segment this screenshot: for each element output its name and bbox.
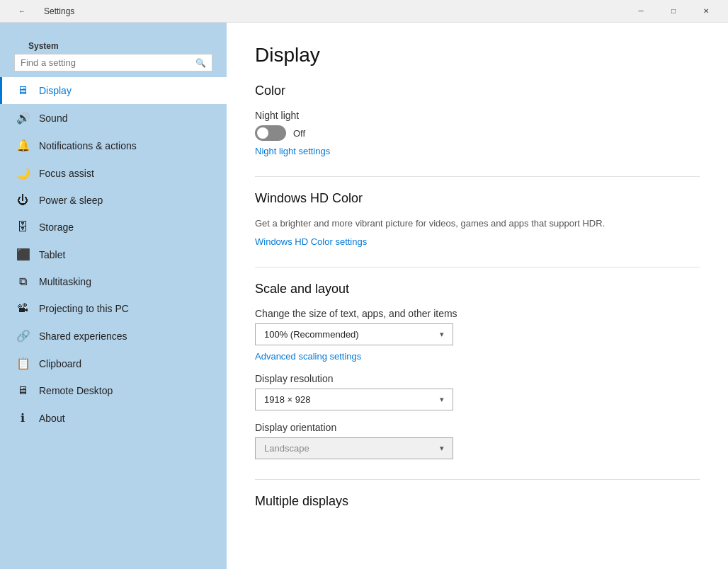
titlebar-title: Settings [44, 6, 74, 16]
sidebar-item-shared[interactable]: 🔗 Shared experiences [0, 322, 227, 350]
sidebar-item-about[interactable]: ℹ About [0, 404, 227, 432]
resolution-value: 1918 × 928 [264, 394, 310, 405]
back-icon: ← [18, 7, 25, 15]
nav-list: 🖥 Display 🔊 Sound 🔔 Notifications & acti… [0, 77, 227, 432]
display-icon: 🖥 [16, 84, 29, 97]
sidebar-item-label-tablet: Tablet [39, 249, 65, 260]
sidebar-item-label-remote: Remote Desktop [39, 385, 113, 396]
titlebar-left: ← Settings [6, 0, 74, 23]
scale-section: Scale and layout Change the size of text… [255, 282, 700, 459]
hd-color-settings-link[interactable]: Windows HD Color settings [255, 236, 367, 247]
night-light-state: Off [293, 128, 305, 139]
scale-dropdown-wrapper: 100% (Recommended) ▾ [255, 323, 700, 345]
hd-color-section: Windows HD Color Get a brighter and more… [255, 191, 700, 247]
sound-icon: 🔊 [16, 111, 29, 125]
sidebar: System 🔍 🖥 Display 🔊 Sound 🔔 Notificatio… [0, 23, 227, 569]
sidebar-item-power[interactable]: ⏻ Power & sleep [0, 187, 227, 214]
sidebar-item-remote[interactable]: 🖥 Remote Desktop [0, 377, 227, 404]
minimize-button[interactable]: ─ [625, 0, 657, 23]
minimize-icon: ─ [638, 7, 643, 15]
divider-1 [255, 176, 700, 177]
sidebar-item-label-power: Power & sleep [39, 195, 103, 206]
color-section: Color Night light Off Night light settin… [255, 84, 700, 156]
titlebar-controls: ─ □ ✕ [625, 0, 722, 23]
clipboard-icon: 📋 [16, 357, 29, 370]
close-button[interactable]: ✕ [690, 0, 722, 23]
sidebar-item-label-about: About [39, 413, 65, 424]
search-box[interactable]: 🔍 [14, 54, 212, 71]
orientation-dropdown-wrapper: Landscape ▾ [255, 437, 700, 459]
orientation-dropdown: Landscape ▾ [255, 437, 453, 459]
night-light-label: Night light [255, 110, 700, 121]
sidebar-item-label-focus: Focus assist [39, 168, 94, 179]
divider-2 [255, 267, 700, 268]
scale-chevron-icon: ▾ [440, 330, 444, 339]
sidebar-item-multitasking[interactable]: ⧉ Multitasking [0, 268, 227, 295]
sidebar-item-label-projecting: Projecting to this PC [39, 303, 129, 314]
focus-icon: 🌙 [16, 166, 29, 180]
orientation-chevron-icon: ▾ [440, 444, 444, 453]
sidebar-item-label-clipboard: Clipboard [39, 358, 81, 369]
color-heading: Color [255, 84, 700, 98]
sidebar-item-label-shared: Shared experiences [39, 331, 127, 342]
sidebar-item-notifications[interactable]: 🔔 Notifications & actions [0, 132, 227, 159]
orientation-value: Landscape [264, 443, 309, 454]
toggle-knob [257, 127, 268, 139]
sidebar-item-sound[interactable]: 🔊 Sound [0, 104, 227, 132]
resolution-dropdown[interactable]: 1918 × 928 ▾ [255, 389, 453, 410]
sidebar-item-label-sound: Sound [39, 113, 67, 124]
sidebar-item-focus[interactable]: 🌙 Focus assist [0, 159, 227, 187]
scale-dropdown[interactable]: 100% (Recommended) ▾ [255, 323, 453, 345]
system-section-label: System [14, 34, 212, 54]
page-title: Display [255, 44, 700, 67]
sidebar-header: System 🔍 [0, 23, 227, 77]
sidebar-item-storage[interactable]: 🗄 Storage [0, 214, 227, 241]
multiple-displays-heading: Multiple displays [255, 494, 700, 509]
hd-color-heading: Windows HD Color [255, 191, 700, 206]
search-input[interactable] [21, 57, 193, 68]
close-icon: ✕ [703, 7, 709, 15]
scale-heading: Scale and layout [255, 282, 700, 297]
sidebar-item-tablet[interactable]: ⬛ Tablet [0, 241, 227, 268]
resolution-label: Display resolution [255, 373, 700, 384]
sidebar-item-label-multitasking: Multitasking [39, 276, 91, 287]
search-icon: 🔍 [195, 58, 206, 68]
content-area: Display Color Night light Off Night ligh… [227, 23, 728, 569]
multiple-displays-section: Multiple displays [255, 494, 700, 509]
maximize-icon: □ [671, 7, 676, 15]
sidebar-item-label-display: Display [39, 85, 72, 96]
night-light-settings-link[interactable]: Night light settings [255, 146, 330, 156]
titlebar: ← Settings ─ □ ✕ [0, 0, 728, 23]
power-icon: ⏻ [16, 194, 29, 207]
remote-icon: 🖥 [16, 384, 29, 397]
night-light-toggle[interactable] [255, 125, 286, 141]
scale-label: Change the size of text, apps, and other… [255, 308, 700, 319]
scale-value: 100% (Recommended) [264, 329, 359, 340]
hd-color-description: Get a brighter and more vibrant picture … [255, 217, 700, 230]
sidebar-item-label-notifications: Notifications & actions [39, 140, 137, 151]
multitasking-icon: ⧉ [16, 275, 29, 288]
night-light-row: Off [255, 125, 700, 141]
sidebar-item-display[interactable]: 🖥 Display [0, 77, 227, 104]
tablet-icon: ⬛ [16, 248, 29, 261]
about-icon: ℹ [16, 411, 29, 425]
notifications-icon: 🔔 [16, 139, 29, 152]
orientation-label: Display orientation [255, 422, 700, 433]
sidebar-item-projecting[interactable]: 📽 Projecting to this PC [0, 295, 227, 322]
app-body: System 🔍 🖥 Display 🔊 Sound 🔔 Notificatio… [0, 23, 728, 569]
back-button[interactable]: ← [6, 0, 38, 23]
resolution-chevron-icon: ▾ [440, 395, 444, 404]
projecting-icon: 📽 [16, 302, 29, 315]
storage-icon: 🗄 [16, 221, 29, 234]
sidebar-item-label-storage: Storage [39, 222, 74, 233]
sidebar-item-clipboard[interactable]: 📋 Clipboard [0, 350, 227, 377]
resolution-dropdown-wrapper: 1918 × 928 ▾ [255, 389, 700, 410]
advanced-scaling-link[interactable]: Advanced scaling settings [255, 351, 700, 362]
shared-icon: 🔗 [16, 329, 29, 343]
maximize-button[interactable]: □ [657, 0, 690, 23]
divider-3 [255, 479, 700, 480]
